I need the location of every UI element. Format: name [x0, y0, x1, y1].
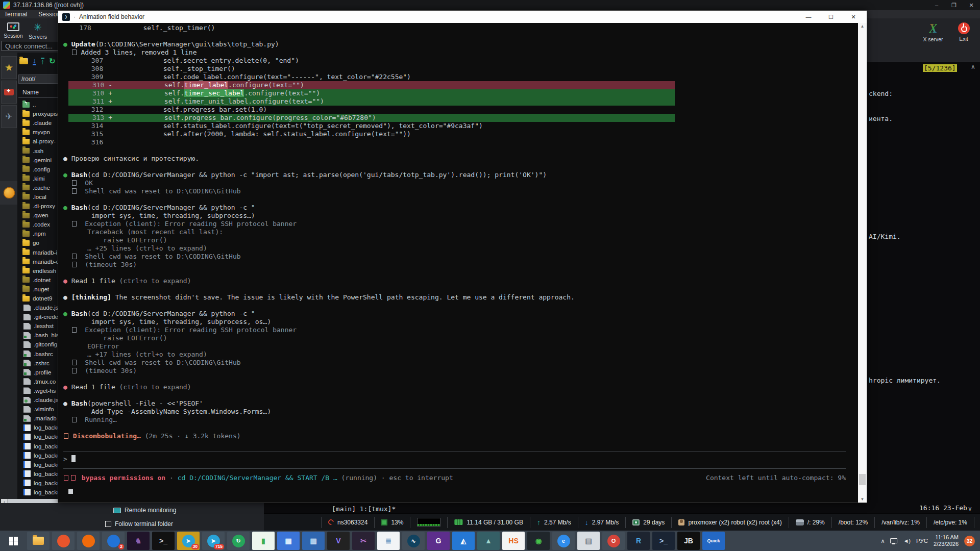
test-tube-icon: ▮: [261, 537, 265, 544]
x-server-button[interactable]: X X server: [922, 22, 944, 42]
minimize-button[interactable]: –: [928, 0, 945, 10]
bg-terminal-text: hropic лимитирует.: [869, 377, 941, 384]
scroll-down-icon[interactable]: ∨: [968, 505, 972, 512]
taskbar-jb-app[interactable]: JB: [677, 532, 700, 550]
terminal-line: 309 self.code_label.configure(text="----…: [63, 73, 858, 81]
bg-terminal-text: ckend:: [869, 90, 893, 97]
taskbar-powershell[interactable]: >_: [652, 532, 675, 550]
folder-icon: [33, 537, 44, 545]
taskbar-snip-app[interactable]: ✂: [352, 532, 375, 550]
debian-icon: [327, 518, 335, 526]
file-name: log_backu: [34, 453, 60, 459]
download-icon[interactable]: ↓: [33, 58, 36, 65]
calculator-icon: ▦: [285, 537, 291, 544]
clock[interactable]: 11:16 AM 2/23/2026: [934, 534, 959, 547]
folder-icon: [22, 185, 30, 190]
taskbar-calculator[interactable]: ▦: [277, 532, 300, 550]
file-name: .qwen: [33, 212, 48, 218]
file-name: .tmux.co: [34, 379, 56, 385]
file-name: .wget-hs: [34, 388, 56, 394]
volume-icon[interactable]: ◄): [903, 538, 911, 544]
refresh-icon[interactable]: ↻: [49, 57, 56, 66]
servers-button[interactable]: ✳ Servers: [27, 22, 49, 40]
taskbar-game-dark[interactable]: ♞: [127, 532, 150, 550]
language-indicator[interactable]: РУС: [916, 538, 928, 544]
badge: 30: [191, 544, 199, 549]
window-titlebar[interactable]: ❯ · Animation field behavior — ☐ ✕: [58, 11, 867, 23]
taskbar-camera-app[interactable]: ◉: [527, 532, 550, 550]
taskbar-cmd[interactable]: >_: [152, 532, 175, 550]
mobaxterm-app-icon: [3, 2, 10, 9]
file-icon: [23, 341, 31, 348]
tmux-statusline: [main] 1:[tmux]*: [332, 505, 396, 513]
upload-icon[interactable]: ↑: [41, 58, 44, 65]
scroll-up-icon[interactable]: ▲: [858, 24, 867, 29]
notification-badge[interactable]: 32: [964, 536, 975, 546]
session-button[interactable]: Session: [2, 22, 24, 39]
terminal-line: Add-Type -AssemblyName System.Windows.Fo…: [63, 408, 858, 416]
taskbar-test-tube[interactable]: ▮: [252, 532, 275, 550]
taskbar-o-app[interactable]: O: [602, 532, 625, 550]
dark-bird-icon: ∿: [407, 535, 420, 547]
taskbar-g-app[interactable]: G: [427, 532, 450, 550]
taskbar-v-app[interactable]: V: [327, 532, 350, 550]
divider: [63, 468, 846, 469]
taskbar-teal-app[interactable]: ▲: [477, 532, 500, 550]
file-name: .ssh: [33, 148, 43, 154]
terminal-line: raise EOFError(): [63, 334, 858, 342]
scroll-up-icon[interactable]: ∧: [971, 63, 975, 70]
taskbar-file-explorer[interactable]: [27, 532, 50, 550]
macros-button[interactable]: ✈: [1, 105, 17, 128]
minimize-button[interactable]: —: [797, 11, 820, 23]
favorites-button[interactable]: ★: [1, 56, 17, 79]
scroll-down-icon[interactable]: ▼: [858, 497, 867, 502]
maximize-button[interactable]: ❐: [945, 0, 963, 10]
exit-button[interactable]: Exit: [952, 22, 975, 42]
tools-button[interactable]: [1, 81, 17, 104]
taskbar-edge[interactable]: e: [552, 532, 575, 550]
sftp-tab[interactable]: [0, 181, 18, 205]
taskbar-hs-app[interactable]: HS: [502, 532, 525, 550]
file-name: ai-proxy-: [33, 138, 56, 144]
prompt-line[interactable]: >: [63, 455, 858, 464]
vertical-scrollbar[interactable]: ▲ ▼: [858, 23, 867, 503]
taskbar-brave[interactable]: [52, 532, 75, 550]
box-glyph-icon: [72, 221, 77, 227]
taskbar-light-app[interactable]: ▤: [577, 532, 600, 550]
x-server-icon: X: [929, 22, 938, 35]
taskbar-sync-app[interactable]: ↻: [227, 532, 250, 550]
menu-terminal[interactable]: Terminal: [4, 11, 27, 18]
taskbar-telegram-main[interactable]: ➤30: [177, 532, 200, 550]
maximize-button[interactable]: ☐: [820, 11, 842, 23]
network-icon[interactable]: [890, 538, 897, 543]
terminal-line: OK: [63, 179, 858, 187]
follow-terminal-checkbox[interactable]: Follow terminal folder: [105, 520, 173, 528]
light-app-icon: ▤: [585, 537, 592, 544]
taskbar-thunderbird[interactable]: 2: [102, 532, 125, 550]
taskbar-quick-launch[interactable]: Quick: [702, 532, 725, 550]
close-button[interactable]: ✕: [842, 11, 865, 23]
taskbar-window-app[interactable]: ▥: [302, 532, 325, 550]
cpu-icon: [381, 519, 387, 525]
file-name: .gemini: [33, 157, 52, 163]
terminal-line: [63, 269, 858, 277]
file-icon: [23, 369, 31, 375]
taskbar-notepad[interactable]: ≣: [377, 532, 400, 550]
tray-expand-icon[interactable]: ∧: [880, 538, 885, 544]
file-name: mariadb-c: [33, 259, 59, 265]
taskbar-firefox[interactable]: [77, 532, 100, 550]
tray-time: 11:16 AM: [935, 534, 959, 541]
quick-launch-icon: Quick: [707, 537, 720, 544]
taskbar-dark-bird[interactable]: ∿: [402, 532, 425, 550]
remote-monitoring-toggle[interactable]: Remote monitoring: [113, 507, 176, 514]
terminal-line: 315 self.after(2000, lambda: self.status…: [63, 130, 858, 138]
taskbar-photos[interactable]: ◭: [452, 532, 475, 550]
close-button[interactable]: ✕: [963, 0, 980, 10]
taskbar-start[interactable]: [2, 532, 24, 550]
swiss-knife-icon: [4, 89, 14, 95]
scrollbar-thumb[interactable]: [859, 474, 866, 485]
folder-up-icon[interactable]: [19, 58, 28, 64]
folder-icon: [22, 286, 30, 292]
taskbar-r-app[interactable]: R: [627, 532, 650, 550]
taskbar-telegram-alt[interactable]: ➤715: [202, 532, 225, 550]
